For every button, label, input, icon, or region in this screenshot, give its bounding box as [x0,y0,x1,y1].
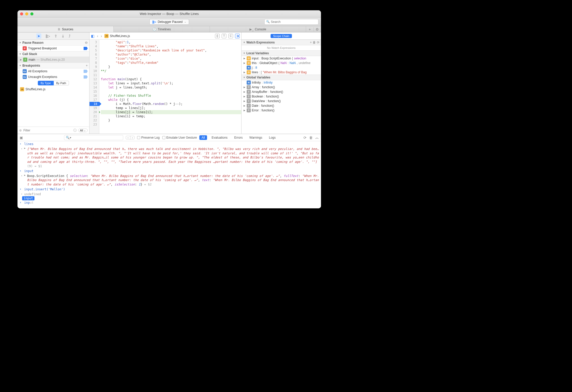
clear-watch-icon[interactable]: 🗑 [313,41,316,44]
debugger-status-button[interactable]: ‖▷ Debugger Paused ⌄ [149,19,189,25]
line-number[interactable]: 22 [90,118,99,122]
refresh-watch-icon[interactable]: ⟳ [317,41,319,44]
code-line[interactable]: lines[i] = temp; [101,114,241,118]
breakpoint-marker-icon[interactable] [84,47,88,50]
nav-back-icon[interactable]: ‹ [97,34,98,38]
collapse-drawer-icon[interactable]: ︽ [315,135,319,140]
line-number[interactable]: 8 [90,61,99,65]
line-number[interactable]: 9 [90,65,99,69]
watch-expressions-header[interactable]: ▼ Watch Expressions + 🗑 ⟳ [242,40,321,45]
by-type-button[interactable]: By Type [38,81,54,85]
console-search[interactable]: 🔍▾ [64,135,123,140]
filter-input[interactable] [23,129,72,132]
local-var-j[interactable]: N j: 8 [242,65,321,70]
breakpoint-toggle-icon[interactable] [84,75,88,79]
issues-icon[interactable]: ⓘ [73,128,77,133]
code-line[interactable]: i = Math.floor(Math.random() * j--); [101,102,241,106]
line-number[interactable]: 7 [90,57,99,61]
line-number[interactable]: 19 [90,106,99,110]
add-watch-icon[interactable]: + [310,41,312,44]
code-line[interactable]: **/ [101,69,241,73]
global-var-row[interactable]: ▶fBoolean: function() [242,94,321,99]
line-number[interactable]: 6 [90,52,99,57]
code-line[interactable]: let j = lines.length; [101,85,241,90]
clear-console-icon[interactable]: 🗑 [309,136,313,140]
breakpoint-uncaught-exceptions[interactable]: Ex Uncaught Exceptions [17,74,89,80]
line-number[interactable]: 21 [90,114,99,118]
filter-evaluations[interactable]: Evaluations [210,135,230,140]
code-line[interactable]: } [101,118,241,122]
code-line[interactable]: function main(input) { [101,77,241,81]
line-number[interactable]: 16 [90,94,99,98]
filter-warnings[interactable]: Warnings [247,135,264,140]
code-line[interactable]: "tags":"shuffle,random" [101,61,241,65]
prev-match-icon[interactable]: ‹ [126,136,130,139]
call-stack-header[interactable]: ▼ Call Stack [17,51,89,57]
line-number[interactable]: 13 [90,81,99,85]
code-line[interactable]: "icon":"dice", [101,57,241,61]
global-variables-header[interactable]: ▼ Global Variables [242,75,321,80]
pretty-print-icon[interactable]: {} [215,34,220,38]
code-line[interactable]: } [101,65,241,69]
local-var-lines[interactable]: ▶ O lines: [ "When Mr. Bilbo Baggins of … [242,70,321,75]
console-output-row[interactable]: ›▶ Boop.ScriptExecution { selection: "Wh… [17,174,321,187]
global-var-row[interactable]: ▶fArrayBuffer: function() [242,90,321,94]
autocomplete-popup[interactable]: input [22,196,34,200]
code-coverage-icon[interactable]: C [228,34,233,38]
filter-scope-button[interactable]: All ⌄ [78,129,88,132]
pause-reason-header[interactable]: ▼ Pause Reason ⊖ [17,40,89,46]
search-box[interactable]: 🔍 [264,19,318,25]
continue-icon[interactable]: ➤ [36,33,41,39]
by-path-button[interactable]: By Path [54,81,69,85]
line-number[interactable]: 17 [90,98,99,102]
line-number[interactable]: 15 [90,90,99,94]
code-line[interactable] [101,73,241,77]
code-line[interactable]: let lines = input.text.split('\n'); [101,81,241,85]
code-line[interactable]: "name":"Shuffle Lines", [101,44,241,48]
search-input[interactable] [271,20,317,24]
step-icon[interactable]: ⤴ [69,34,70,38]
console-prompt-row[interactable]: › input [17,200,321,205]
line-number[interactable]: 11 [90,73,99,77]
line-number[interactable]: 4 [90,44,99,48]
clear-icon[interactable]: ⊖ [85,41,88,44]
local-var-this[interactable]: ▶ O this: GlobalObject {NaN: NaN, undefi… [242,61,321,65]
step-over-icon[interactable]: ‖▷ [46,34,50,38]
call-stack-item[interactable]: ▶ f main — ShuffleLines.js:20 [17,57,89,63]
scope-chain-pill[interactable]: Scope Chain [271,34,292,38]
global-var-row[interactable]: ▶fDataView: function() [242,99,321,103]
line-number[interactable]: 23 [90,122,99,127]
left-panel-toggle-icon[interactable]: ◧ [91,34,94,38]
emulate-gesture-checkbox[interactable]: Emulate User Gesture [162,136,197,139]
tab-sources[interactable]: 🗎 Sources [17,26,114,32]
global-var-row[interactable]: ▶fArray: function() [242,85,321,90]
preserve-log-checkbox[interactable]: Preserve Log [137,136,159,139]
pause-reason-item[interactable]: P Triggered Breakpoint [17,46,89,51]
gc-icon[interactable]: ⟳ [303,136,307,140]
code-line[interactable]: "description":"Randomize each line of yo… [101,48,241,52]
global-var-row[interactable]: NInfinity: Infinity [242,80,321,85]
filter-logs[interactable]: Logs [267,135,278,140]
add-breakpoint-icon[interactable]: + [86,64,88,67]
breakpoint-toggle-icon[interactable] [84,70,88,73]
code-line[interactable]: "api":1, [101,40,241,44]
code-line[interactable]: // Fisher-Yates Shuffle [101,94,241,98]
right-panel-toggle-icon[interactable]: ◨ [235,34,240,38]
step-into-icon[interactable]: ⤓ [61,34,65,38]
console-output-row[interactable]: ›▶ ["When Mr. Bilbo Baggins of Bag End a… [17,147,321,169]
code-line[interactable]: temp = lines[j]; [101,106,241,110]
line-number[interactable]: 10 [90,69,99,73]
filter-all[interactable]: All [199,135,207,140]
type-profiler-icon[interactable]: T [222,34,226,38]
global-var-row[interactable]: ▶fError: function() [242,108,321,113]
local-var-input[interactable]: ▶ O input: Boop.ScriptExecution {selecti… [242,56,321,61]
code-line[interactable]: lines[j] = lines[i]; [101,110,241,114]
code-line[interactable] [101,122,241,127]
breakpoint-all-exceptions[interactable]: Ex All Exceptions [17,68,89,74]
add-tab-button[interactable]: + [306,27,314,31]
step-out-icon[interactable]: ⇪ [54,34,57,38]
global-var-row[interactable]: ▶fDate: function() [242,103,321,108]
line-number[interactable]: 20 [90,110,99,114]
line-number[interactable]: 18 [90,102,99,106]
source-file-item[interactable]: JS ShuffleLines.js [17,86,89,92]
